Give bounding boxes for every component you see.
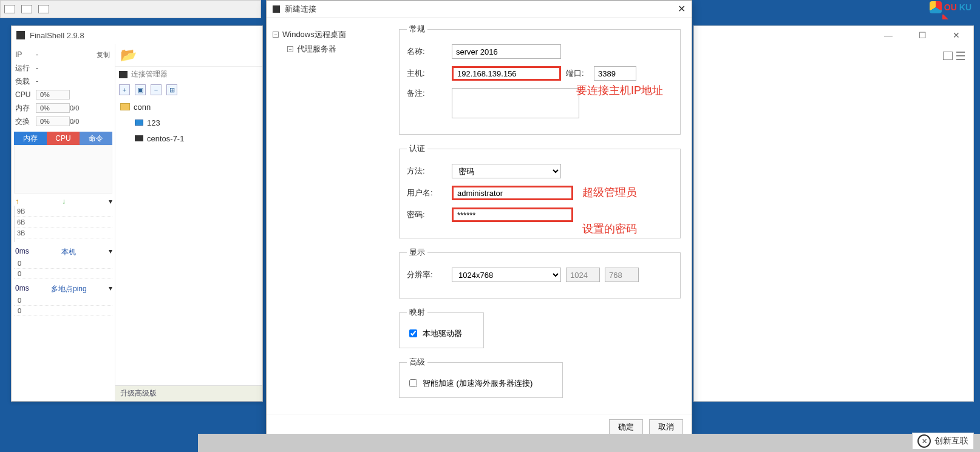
ouku-corner-icon: [942, 13, 948, 19]
group-auth: 认证 方法: 密码 用户名: 密码:: [399, 143, 681, 238]
dialog-close-button[interactable]: ✕: [678, 3, 686, 15]
legend-auth: 认证: [407, 143, 427, 154]
bg-minimize-button[interactable]: —: [877, 29, 899, 42]
legend-mapping: 映射: [407, 307, 427, 318]
height-input: [605, 268, 639, 282]
tab-memory[interactable]: 内存: [14, 132, 47, 145]
tree-folder-conn[interactable]: conn: [118, 99, 260, 115]
user-input[interactable]: [452, 186, 573, 200]
resolution-select[interactable]: 1024x768: [452, 268, 561, 282]
view-grid-icon[interactable]: [943, 52, 953, 60]
name-label: 名称:: [407, 46, 452, 57]
terminal-icon: [135, 135, 143, 141]
collapse-button[interactable]: −: [151, 84, 162, 95]
pass-label: 密码:: [407, 209, 452, 220]
open-folder-icon[interactable]: 📂: [120, 47, 137, 63]
cancel-button[interactable]: 取消: [649, 419, 683, 435]
rdp-icon: [135, 120, 143, 126]
download-arrow-icon: ↓: [62, 197, 66, 206]
bg-maximize-button[interactable]: ☐: [911, 29, 933, 42]
taskbar-icon: [4, 5, 15, 13]
upgrade-banner[interactable]: 升级高级版: [115, 385, 262, 401]
local-link[interactable]: 本机: [61, 247, 76, 257]
dialog-title-text: 新建连接: [285, 4, 316, 15]
group-display: 显示 分辨率: 1024x768: [399, 247, 681, 299]
user-label: 用户名:: [407, 187, 452, 198]
annotation-user: 超级管理员: [582, 185, 637, 200]
finalshell-titlebar: FinalShell 2.9.8: [12, 26, 262, 44]
tree-collapse-icon[interactable]: −: [273, 32, 279, 38]
accel-checkbox-label[interactable]: 智能加速 (加速海外服务器连接): [407, 377, 555, 389]
new-connection-dialog: 新建连接 ✕ − Windows远程桌面 − 代理服务器 常规 名称:: [266, 0, 692, 440]
pass-input[interactable]: [452, 207, 573, 222]
run-label: 运行: [14, 63, 36, 73]
method-select[interactable]: 密码: [452, 164, 561, 178]
name-input[interactable]: [452, 44, 561, 59]
new-conn-button[interactable]: ▣: [135, 84, 146, 95]
port-input[interactable]: [594, 66, 636, 81]
tree-label: 代理服务器: [297, 44, 336, 55]
section-menu-icon[interactable]: ▾: [109, 284, 111, 294]
ip-value: -: [36, 50, 97, 59]
note-textarea[interactable]: [452, 88, 579, 118]
watermark: ✕ 创新互联: [912, 433, 974, 450]
view-list-icon[interactable]: [956, 52, 965, 60]
accel-checkbox[interactable]: [409, 379, 417, 387]
note-label: 备注:: [407, 88, 452, 99]
chart-row: 9B: [15, 206, 112, 217]
upgrade-text: 升级高级版: [120, 388, 157, 399]
section-menu-icon[interactable]: ▾: [109, 247, 111, 257]
tree-label: Windows远程桌面: [282, 29, 346, 40]
ouku-text-ku: KU: [959, 2, 971, 12]
watermark-text: 创新互联: [934, 436, 968, 447]
latency-row: 0: [14, 269, 112, 279]
dialog-category-tree: − Windows远程桌面 − 代理服务器: [267, 18, 388, 414]
host-label: 主机:: [407, 68, 452, 79]
tab-cpu[interactable]: CPU: [47, 132, 80, 145]
folder-icon: [120, 103, 130, 110]
mem-value: 0%: [36, 103, 70, 113]
host-input[interactable]: [452, 66, 561, 81]
watermark-icon: ✕: [917, 434, 931, 448]
tree-collapse-icon[interactable]: −: [287, 46, 293, 52]
finalshell-app-icon: [16, 31, 25, 39]
new-folder-button[interactable]: +: [119, 84, 130, 95]
ok-button[interactable]: 确定: [609, 419, 643, 435]
expand-button[interactable]: ⊞: [166, 84, 177, 95]
tree-item-123[interactable]: 123: [118, 115, 260, 130]
group-general: 常规 名称: 主机: 端口: 备注:: [399, 24, 681, 135]
bg-close-button[interactable]: ✕: [945, 29, 967, 42]
dialog-form: 常规 名称: 主机: 端口: 备注: 认证: [388, 18, 692, 414]
annotation-host: 要连接主机IP地址: [576, 83, 663, 98]
tree-label: 123: [147, 118, 160, 127]
stats-panel: IP - 复制 运行 - 负载 - CPU 0% 内存 0% 0/0: [12, 44, 115, 401]
multi-ping-link[interactable]: 多地点ping: [51, 284, 87, 294]
bottom-taskbar: [198, 434, 980, 452]
legend-general: 常规: [407, 24, 427, 35]
usage-chart: [14, 145, 112, 194]
ouku-text-ou: OU: [944, 2, 957, 12]
copy-button[interactable]: 复制: [97, 50, 112, 59]
taskbar-fragment: [0, 0, 261, 18]
tree-windows-rdp[interactable]: − Windows远程桌面: [273, 27, 383, 42]
connection-toolbar: + ▣ − ⊞: [115, 82, 262, 98]
swap-value: 0%: [36, 116, 70, 126]
latency-row: 0: [14, 295, 112, 306]
tab-command[interactable]: 命令: [80, 132, 112, 145]
ip-label: IP: [14, 50, 36, 59]
tree-item-centos[interactable]: centos-7-1: [118, 130, 260, 146]
accel-text: 智能加速 (加速海外服务器连接): [423, 378, 533, 389]
tree-label: centos-7-1: [147, 134, 184, 143]
mem-label: 内存: [14, 103, 36, 113]
finalshell-window: FinalShell 2.9.8 IP - 复制 运行 - 负载 - CPU 0…: [11, 25, 263, 402]
method-label: 方法:: [407, 166, 452, 177]
local-drive-checkbox-label[interactable]: 本地驱动器: [407, 328, 476, 339]
finalshell-title-text: FinalShell 2.9.8: [30, 31, 84, 40]
latency-local-label: 0ms: [15, 247, 29, 257]
tree-label: conn: [134, 103, 151, 112]
tree-proxy-server[interactable]: − 代理服务器: [273, 42, 383, 56]
group-mapping: 映射 本地驱动器: [399, 307, 484, 348]
menu-dots-icon[interactable]: ▾: [109, 197, 111, 206]
local-drive-checkbox[interactable]: [409, 329, 417, 337]
taskbar-icon: [38, 5, 49, 13]
